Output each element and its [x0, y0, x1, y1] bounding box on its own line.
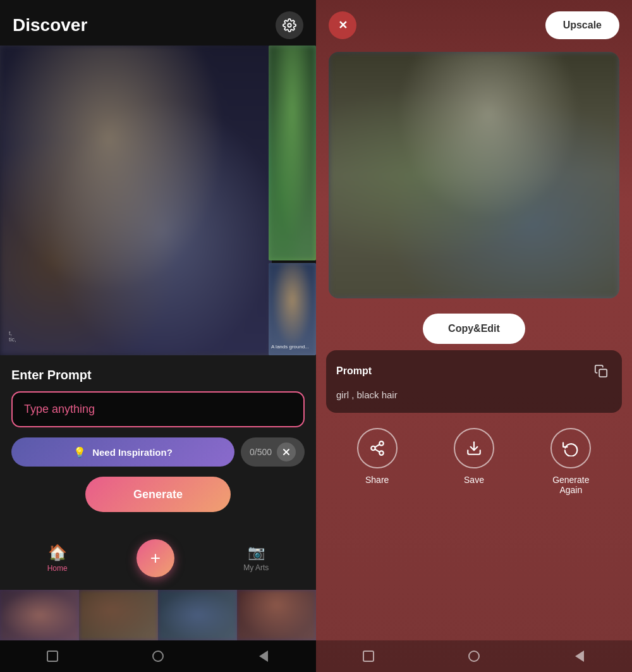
thumbnail-strip: [0, 590, 316, 640]
upscale-label: Upscale: [563, 20, 602, 31]
camera-icon: 📷: [248, 544, 265, 561]
right-circle-icon: [468, 651, 480, 662]
generate-again-button[interactable]: GenerateAgain: [550, 428, 591, 495]
copy-edit-button[interactable]: Copy&Edit: [423, 314, 525, 344]
app-title: Discover: [13, 15, 87, 35]
right-system-square-button[interactable]: [361, 649, 376, 664]
gallery-main-image: [0, 46, 272, 355]
enter-prompt-label: Enter Prompt: [11, 368, 305, 382]
image-gallery: A lands ground... t,tic,: [0, 46, 316, 355]
generate-again-icon-wrapper: [550, 428, 591, 468]
prompt-card-header: Prompt: [336, 360, 612, 382]
svg-rect-3: [599, 369, 607, 377]
left-panel: Discover A lands ground... t,tic, Enter …: [0, 0, 316, 672]
generate-button[interactable]: Generate: [85, 477, 231, 512]
gear-icon: [283, 18, 296, 32]
close-button[interactable]: ✕: [329, 11, 356, 39]
right-square-icon: [363, 651, 374, 662]
counter-value: 0/500: [250, 447, 272, 457]
add-icon: +: [150, 549, 161, 567]
action-buttons-row: Share Save GenerateAgain: [316, 413, 632, 501]
share-icon-wrapper: [357, 428, 398, 468]
svg-line-8: [375, 444, 379, 447]
right-header: ✕ Upscale: [316, 0, 632, 46]
system-square-button[interactable]: [45, 649, 60, 664]
share-icon: [369, 440, 386, 456]
upscale-button[interactable]: Upscale: [545, 11, 619, 39]
system-back-button[interactable]: [256, 649, 271, 664]
thumb-3: [158, 590, 237, 640]
system-circle-button[interactable]: [150, 649, 166, 664]
gallery-side-top-image: [269, 46, 316, 260]
prompt-card: Prompt girl , black hair: [326, 350, 622, 413]
circle-icon: [152, 651, 164, 662]
inspiration-button[interactable]: 💡 Need Inspiration?: [11, 437, 234, 467]
close-icon: ✕: [338, 18, 348, 32]
square-icon: [47, 651, 58, 662]
action-row: 💡 Need Inspiration? 0/500: [11, 437, 305, 467]
nav-my-arts[interactable]: 📷 My Arts: [243, 544, 269, 572]
save-button[interactable]: Save: [454, 428, 494, 495]
gallery-side-bottom-image: A lands ground...: [269, 263, 316, 355]
left-system-nav: [0, 640, 316, 672]
bottom-nav: 🏠 Home + 📷 My Arts: [0, 527, 316, 590]
home-label: Home: [47, 564, 68, 573]
bulb-icon: 💡: [73, 446, 86, 458]
settings-button[interactable]: [276, 11, 303, 39]
inspiration-label: Need Inspiration?: [92, 447, 173, 458]
copy-edit-label: Copy&Edit: [448, 323, 500, 334]
back-icon: [259, 651, 268, 662]
thumb-2: [79, 590, 158, 640]
generate-again-label: GenerateAgain: [552, 475, 589, 495]
left-header: Discover: [0, 0, 316, 46]
right-system-nav: [316, 640, 632, 672]
clear-button[interactable]: [277, 443, 296, 461]
generated-image-blur: [329, 52, 619, 298]
thumb-1: [0, 590, 79, 640]
x-icon: [283, 448, 290, 456]
share-label: Share: [365, 475, 389, 485]
refresh-icon: [562, 440, 579, 456]
right-back-icon: [575, 651, 584, 662]
copy-edit-row: Copy&Edit: [316, 305, 632, 350]
save-icon: [466, 440, 482, 456]
prompt-input-field[interactable]: Type anything: [11, 391, 305, 427]
thumb-4: [237, 590, 316, 640]
prompt-card-title: Prompt: [336, 365, 372, 377]
gallery-side: A lands ground...: [269, 46, 316, 355]
character-counter: 0/500: [241, 437, 305, 467]
share-button[interactable]: Share: [357, 428, 398, 495]
copy-icon: [594, 364, 608, 378]
gallery-left-label: t,tic,: [9, 330, 16, 343]
right-system-circle-button[interactable]: [466, 649, 482, 664]
my-arts-label: My Arts: [243, 563, 269, 572]
right-panel: ✕ Upscale Copy&Edit Prompt girl , black …: [316, 0, 632, 672]
side-image-label: A lands ground...: [271, 344, 313, 350]
add-button[interactable]: +: [137, 539, 174, 577]
save-label: Save: [464, 475, 484, 485]
bottom-section: Enter Prompt Type anything 💡 Need Inspir…: [0, 355, 316, 527]
prompt-content: girl , black hair: [336, 388, 612, 403]
home-icon: 🏠: [48, 544, 67, 561]
svg-line-7: [375, 449, 379, 451]
right-system-back-button[interactable]: [572, 649, 587, 664]
prompt-input-placeholder: Type anything: [24, 403, 95, 415]
save-icon-wrapper: [454, 428, 494, 468]
generated-image: [329, 52, 619, 298]
right-spacer: [316, 501, 632, 641]
copy-prompt-button[interactable]: [590, 360, 612, 382]
svg-point-0: [288, 23, 291, 27]
nav-home[interactable]: 🏠 Home: [47, 544, 68, 573]
generate-label: Generate: [133, 488, 183, 501]
